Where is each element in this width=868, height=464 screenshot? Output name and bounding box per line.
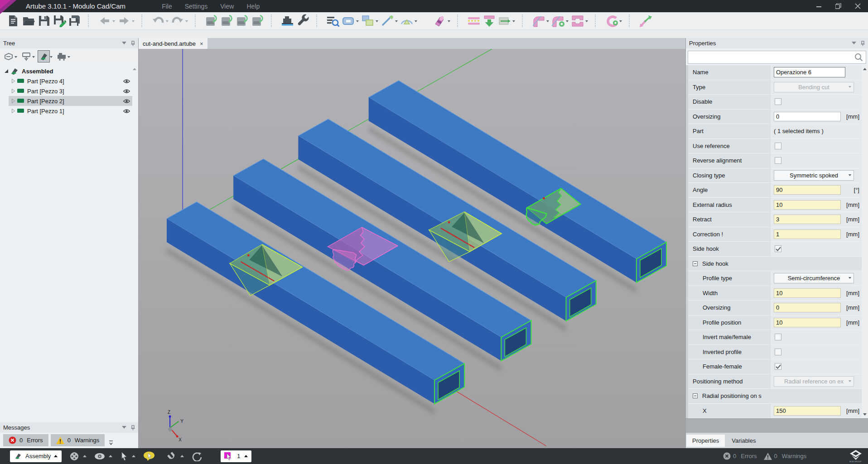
- properties-search-box[interactable]: [688, 51, 866, 64]
- import-vt3-button[interactable]: [235, 13, 250, 29]
- property-checkbox[interactable]: [775, 143, 781, 149]
- clamp-button[interactable]: [570, 13, 585, 29]
- visibility-button[interactable]: [94, 453, 105, 460]
- property-input[interactable]: 10: [774, 288, 841, 298]
- collapse-icon[interactable]: [693, 261, 698, 266]
- expander-collapsed-icon[interactable]: [12, 109, 15, 113]
- measure-arrows-button[interactable]: [638, 13, 653, 29]
- messages-menu-icon[interactable]: [122, 426, 126, 429]
- draw-arc-dropdown[interactable]: [415, 20, 417, 24]
- save-as-button[interactable]: [52, 13, 67, 29]
- assembly-mode-button[interactable]: Assembly: [10, 450, 62, 462]
- properties-search-input[interactable]: [688, 51, 854, 63]
- tree-item-assembled[interactable]: Assembled: [0, 66, 138, 76]
- bend-measure-dropdown[interactable]: [566, 20, 569, 24]
- warnings-filter-button[interactable]: 0 Warnings: [51, 434, 105, 446]
- visibility-dropdown[interactable]: [109, 453, 112, 457]
- tree-panel-menu-icon[interactable]: [122, 42, 126, 45]
- property-grid-scrollbar[interactable]: [862, 65, 868, 418]
- tube-tool-button[interactable]: [432, 13, 448, 29]
- snap-toggle-button[interactable]: [167, 451, 177, 461]
- save-button[interactable]: [36, 13, 52, 29]
- property-input[interactable]: 150: [774, 406, 841, 416]
- tree-item-part-pezzo-1-[interactable]: Part [Pezzo 1]: [0, 106, 138, 116]
- property-input[interactable]: 0: [774, 112, 841, 121]
- undo-dropdown[interactable]: [166, 20, 169, 24]
- reference-box-button[interactable]: [497, 13, 512, 29]
- menu-settings[interactable]: Settings: [185, 3, 208, 10]
- close-button[interactable]: [855, 3, 861, 9]
- import-blm-button[interactable]: [204, 13, 219, 29]
- scroll-down-icon[interactable]: [863, 413, 867, 416]
- property-input[interactable]: 10: [774, 318, 841, 327]
- tab-properties[interactable]: Properties: [686, 435, 725, 447]
- property-input[interactable]: 3: [774, 215, 841, 224]
- machine-setup-button[interactable]: [280, 13, 295, 29]
- property-checkbox[interactable]: [775, 245, 781, 252]
- import-ifc-button[interactable]: [219, 13, 235, 29]
- visibility-eye-icon[interactable]: [123, 78, 130, 85]
- tab-close-icon[interactable]: ×: [200, 40, 203, 47]
- tree-item-part-pezzo-4-[interactable]: Part [Pezzo 4]: [0, 76, 138, 86]
- property-dropdown[interactable]: Semi-circumference: [774, 273, 854, 283]
- property-checkbox[interactable]: [775, 157, 781, 164]
- tree-tool-assembly-view[interactable]: [38, 50, 54, 62]
- tooltip-toggle-button[interactable]: [143, 451, 155, 461]
- rotate-tool-button[interactable]: [604, 13, 619, 29]
- visibility-eye-icon[interactable]: [123, 88, 130, 95]
- restore-button[interactable]: [835, 3, 841, 9]
- property-checkbox[interactable]: [775, 349, 781, 355]
- tree-tool-machine-view[interactable]: [2, 50, 19, 62]
- save-all-button[interactable]: [67, 13, 82, 29]
- property-checkbox[interactable]: [775, 334, 781, 340]
- redo-dropdown[interactable]: [185, 20, 188, 24]
- draw-arc-button[interactable]: [399, 13, 415, 29]
- viewport-canvas[interactable]: Z Y X: [139, 49, 685, 448]
- bend-dropdown[interactable]: [546, 20, 549, 24]
- tree-item-part-pezzo-3-[interactable]: Part [Pezzo 3]: [0, 86, 138, 96]
- messages-expand-icon[interactable]: [109, 440, 113, 445]
- select-tool-dropdown[interactable]: [132, 453, 135, 457]
- expander-expanded-icon[interactable]: [5, 69, 9, 73]
- collapse-icon[interactable]: [693, 393, 698, 398]
- visibility-eye-icon[interactable]: [123, 108, 130, 115]
- back-button[interactable]: [97, 13, 112, 29]
- tree-tool-export[interactable]: [20, 50, 36, 62]
- snap-dropdown[interactable]: [180, 453, 184, 457]
- tube-tool-dropdown[interactable]: [448, 20, 450, 24]
- render-mode-dropdown[interactable]: [83, 453, 87, 457]
- bend-measure-button[interactable]: [550, 13, 566, 29]
- select-tool-button[interactable]: [120, 452, 128, 461]
- insert-part-button[interactable]: [482, 13, 497, 29]
- clamp-dropdown[interactable]: [585, 20, 588, 24]
- tree-item-part-pezzo-2-[interactable]: Part [Pezzo 2]: [0, 96, 138, 106]
- property-checkbox[interactable]: [775, 98, 781, 105]
- scroll-up-icon[interactable]: [863, 68, 867, 70]
- document-tab[interactable]: cut-and-bend.artube ×: [139, 38, 207, 49]
- open-button[interactable]: [21, 13, 36, 29]
- list-search-button[interactable]: [325, 13, 341, 29]
- layers-stripes-button[interactable]: [466, 13, 482, 29]
- tab-variables[interactable]: Variables: [726, 435, 762, 447]
- property-input[interactable]: Operazione 6: [774, 67, 845, 77]
- section-rect-dropdown[interactable]: [356, 20, 359, 24]
- selection-counter[interactable]: 1: [221, 450, 251, 462]
- properties-pin-icon[interactable]: [861, 41, 865, 46]
- menu-view[interactable]: View: [220, 3, 234, 10]
- property-checkbox[interactable]: [775, 363, 781, 370]
- rotation-mode-button[interactable]: [192, 451, 202, 461]
- viewport-3d[interactable]: Z Y X: [139, 49, 685, 448]
- draw-line-button[interactable]: [380, 13, 395, 29]
- render-mode-button[interactable]: [69, 451, 79, 461]
- menu-file[interactable]: File: [162, 3, 172, 10]
- draw-line-dropdown[interactable]: [395, 20, 398, 24]
- forward-dropdown[interactable]: [132, 20, 135, 24]
- property-input[interactable]: 10: [774, 200, 841, 210]
- tree-tool-machine[interactable]: [55, 50, 72, 62]
- property-input[interactable]: 90: [774, 185, 841, 195]
- property-input[interactable]: 1: [774, 230, 841, 239]
- forward-button[interactable]: [116, 13, 132, 29]
- back-dropdown[interactable]: [112, 20, 115, 24]
- property-dropdown[interactable]: Radial reference on ex: [774, 376, 854, 387]
- new-document-button[interactable]: [5, 13, 21, 29]
